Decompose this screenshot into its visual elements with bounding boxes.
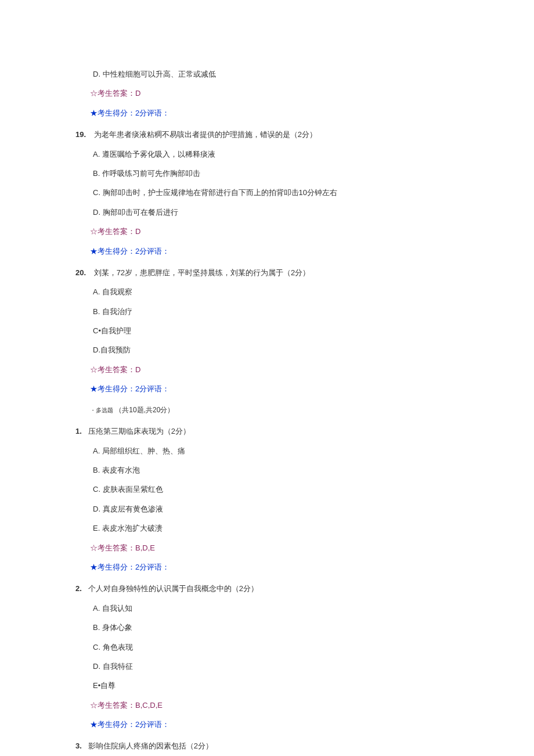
student-score: ★考生得分：2分评语： xyxy=(90,244,459,258)
option-a: A. 遵医嘱给予雾化吸入，以稀释痰液 xyxy=(93,147,459,161)
student-answer: ☆考生答案：B,C,D,E xyxy=(90,699,459,712)
option-b: B. 身体心象 xyxy=(93,621,459,634)
question-number: 1. xyxy=(75,424,86,438)
option-c: C•自我护理 xyxy=(93,324,459,337)
option-a: A. 局部组织红、肿、热、痛 xyxy=(93,444,459,458)
question-stem: 为老年患者痰液粘稠不易咳出者提供的护理措施，错误的是（2分） xyxy=(94,130,317,139)
question-m1: 1. 压疮第三期临床表现为（2分） xyxy=(75,424,459,438)
option-b: B. 作呼吸练习前可先作胸部叩击 xyxy=(93,167,459,180)
question-m2: 2. 个人对自身独特性的认识属于自我概念中的（2分） xyxy=(75,582,459,595)
option-c: C. 胸部叩击时，护士应规律地在背部进行自下而上的拍背叩击10分钟左右 xyxy=(93,186,459,199)
option-d: D.自我预防 xyxy=(93,343,459,357)
option-d: D. 胸部叩击可在餐后进行 xyxy=(93,206,459,219)
student-answer: ☆考生答案：B,D,E xyxy=(90,541,459,555)
student-score: ★考生得分：2分评语： xyxy=(90,106,459,120)
question-20: 20. 刘某，72岁，患肥胖症，平时坚持晨练，刘某的行为属于（2分） xyxy=(75,266,459,279)
question-number: 19. xyxy=(75,128,92,141)
student-score: ★考生得分：2分评语： xyxy=(90,382,459,395)
question-19: 19. 为老年患者痰液粘稠不易咳出者提供的护理措施，错误的是（2分） xyxy=(75,128,459,141)
student-score: ★考生得分：2分评语： xyxy=(90,718,459,731)
question-stem: 刘某，72岁，患肥胖症，平时坚持晨练，刘某的行为属于（2分） xyxy=(94,268,311,277)
question-m3: 3. 影响住院病人疼痛的因素包括（2分） xyxy=(75,739,459,753)
student-answer: ☆考生答案：D xyxy=(90,87,459,100)
question-number: 20. xyxy=(75,266,92,279)
section-header: ・多选题 （共10题,共20分） xyxy=(90,404,459,417)
section-type: ・多选题 xyxy=(90,407,113,413)
student-score: ★考生得分：2分评语： xyxy=(90,560,459,574)
student-answer: ☆考生答案：D xyxy=(90,225,459,238)
option-c: C. 皮肤表面呈紫红色 xyxy=(93,483,459,496)
question-number: 3. xyxy=(75,739,86,753)
option-d-partial: D. 中性粒细胞可以升高、正常或减低 xyxy=(93,67,459,81)
student-answer: ☆考生答案：D xyxy=(90,363,459,376)
option-c: C. 角色表现 xyxy=(93,640,459,654)
option-a: A. 自我认知 xyxy=(93,602,459,615)
option-b: B. 自我治疗 xyxy=(93,305,459,318)
option-e: E. 表皮水泡扩大破溃 xyxy=(93,521,459,535)
option-a: A. 自我观察 xyxy=(93,285,459,298)
question-stem: 个人对自身独特性的认识属于自我概念中的（2分） xyxy=(88,584,258,593)
option-d: D. 自我特征 xyxy=(93,660,459,673)
question-number: 2. xyxy=(75,582,86,595)
question-stem: 压疮第三期临床表现为（2分） xyxy=(88,427,190,435)
option-d: D. 真皮层有黄色渗液 xyxy=(93,502,459,516)
option-b: B. 表皮有水泡 xyxy=(93,463,459,477)
question-stem: 影响住院病人疼痛的因素包括（2分） xyxy=(88,741,213,750)
section-label: （共10题,共20分） xyxy=(115,406,174,414)
option-e: E•自尊 xyxy=(93,679,459,692)
